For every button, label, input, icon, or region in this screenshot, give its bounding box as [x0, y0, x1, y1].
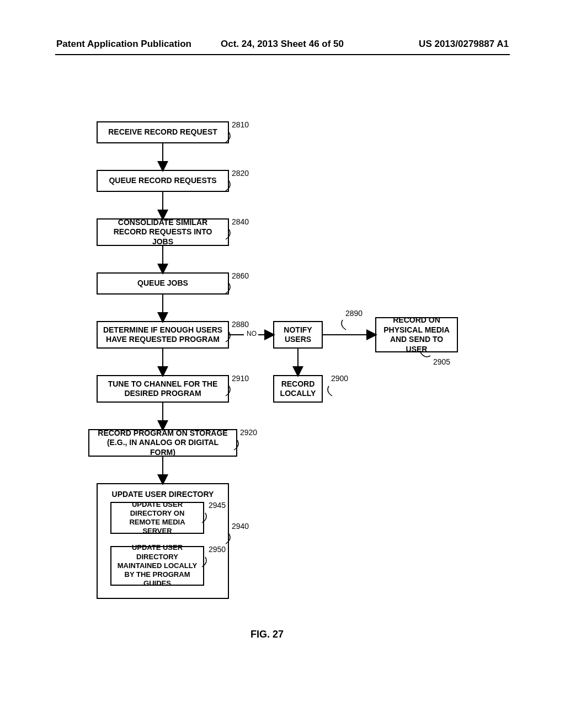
group-2940-title: UPDATE USER DIRECTORY	[98, 490, 228, 499]
ref-2900: 2900	[331, 374, 348, 383]
header-mid: Oct. 24, 2013 Sheet 46 of 50	[221, 39, 344, 50]
box-2905: RECORD ON PHYSICAL MEDIA AND SEND TO USE…	[375, 317, 458, 352]
header-right: US 2013/0279887 A1	[419, 39, 509, 50]
ref-2905: 2905	[433, 357, 450, 366]
box-2810: RECEIVE RECORD REQUEST	[97, 121, 229, 143]
box-2920: RECORD PROGRAM ON STORAGE (E.G., IN ANAL…	[88, 429, 237, 457]
box-2950: UPDATE USER DIRECTORY MAINTAINED LOCALLY…	[110, 546, 204, 586]
ref-2820: 2820	[232, 169, 249, 178]
ref-2860: 2860	[232, 271, 249, 280]
box-2900: RECORD LOCALLY	[273, 375, 323, 403]
page: Patent Application Publication Oct. 24, …	[0, 0, 565, 728]
box-2820: QUEUE RECORD REQUESTS	[97, 170, 229, 192]
flow-arrows	[0, 0, 565, 728]
box-2910: TUNE TO CHANNEL FOR THE DESIRED PROGRAM	[97, 375, 229, 403]
ref-2920: 2920	[240, 428, 257, 437]
box-2945: UPDATE USER DIRECTORY ON REMOTE MEDIA SE…	[110, 502, 204, 534]
no-label: NO	[247, 330, 257, 338]
ref-2880: 2880	[232, 320, 249, 329]
ref-2840: 2840	[232, 217, 249, 226]
box-2880: DETERMINE IF ENOUGH USERS HAVE REQUESTED…	[97, 321, 229, 349]
ref-2810: 2810	[232, 120, 249, 129]
box-2890: NOTIFY USERS	[273, 321, 323, 349]
box-2860: QUEUE JOBS	[97, 272, 229, 295]
ref-2950: 2950	[209, 545, 226, 554]
box-2840: CONSOLIDATE SIMILAR RECORD REQUESTS INTO…	[97, 218, 229, 246]
ref-2890: 2890	[345, 309, 363, 318]
header-left: Patent Application Publication	[56, 39, 191, 50]
header-rule	[55, 54, 510, 55]
figure-caption: FIG. 27	[250, 629, 284, 640]
ref-2940: 2940	[232, 522, 249, 531]
ref-2910: 2910	[232, 374, 249, 383]
ref-2945: 2945	[209, 501, 226, 510]
